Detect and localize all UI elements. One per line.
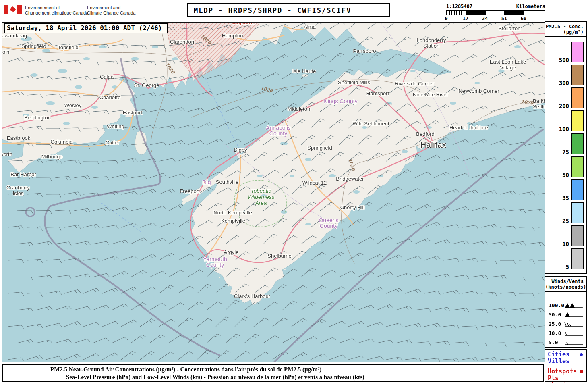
markers-legend: Cities Villes Hotspots Pts chauds — [545, 349, 587, 382]
legend-row: 200 — [545, 87, 584, 108]
legend-value: 100 — [559, 126, 569, 132]
winds-legend-subtitle: (knots/noeuds) — [545, 284, 584, 290]
map-graphics — [2, 23, 545, 362]
legend-swatch — [571, 225, 584, 246]
legend-swatch — [571, 87, 584, 108]
scale-tick: 68 — [521, 16, 526, 21]
city-marker-icon — [580, 353, 583, 356]
map-canvas: ttawamkeagSpringfieldTopsfieldolnCalaisS… — [2, 22, 545, 362]
caption-line1: PM2.5 Near-Ground Air Concentrations (µg… — [50, 366, 321, 373]
scale-unit: Kilometers — [516, 4, 545, 9]
legend-swatch — [571, 65, 584, 85]
wind-speed-row: 50.0 — [545, 310, 586, 319]
winds-legend-title: Winds/Vents — [545, 279, 584, 284]
legend-swatch — [571, 179, 584, 200]
winds-legend: Winds/Vents (knots/noeuds) 100.050.025.0… — [545, 276, 587, 348]
legend-value: 10 — [562, 241, 569, 247]
wind-barb-icon — [564, 340, 584, 346]
legend-swatch — [571, 42, 584, 62]
wind-speed-value: 100.0 — [549, 302, 564, 308]
canada-flag-logo — [4, 5, 22, 14]
caption-line2: Sea-Level Pressure (hPa) and Low-Level W… — [66, 374, 364, 381]
wind-barb-icon — [564, 321, 584, 327]
scale-tick: 17 — [463, 16, 468, 21]
pm25-legend-unit: (µg/m³) — [545, 29, 584, 35]
hotspot-marker-icon — [580, 370, 583, 373]
legend-value: 35 — [562, 195, 569, 201]
legend-value: 25 — [562, 218, 569, 224]
legend-row: 25 — [545, 202, 584, 223]
logo-text-fr: Environnement etChangement climatique Ca… — [25, 5, 88, 16]
wind-speed-row: 100.0 — [545, 301, 586, 310]
wind-speed-value: 5.0 — [549, 339, 558, 346]
legend-value: 50 — [562, 172, 569, 178]
caption-box: PM2.5 Near-Ground Air Concentrations (µg… — [2, 364, 544, 382]
scale-bar: 1:1285407 Kilometers 017345168 — [446, 4, 545, 21]
legend-row: 500 — [545, 42, 584, 62]
legend-value: 5 — [566, 264, 569, 270]
legend-row: 50 — [545, 156, 584, 177]
legend-row: 100 — [545, 110, 584, 131]
cities-label-en: Cities — [548, 351, 569, 358]
legend-value: 500 — [559, 57, 569, 63]
wind-barb-icon — [564, 312, 584, 318]
wind-speed-row: 10.0 — [545, 329, 586, 338]
scale-ratio: 1:1285407 — [446, 4, 472, 9]
legend-row: 300 — [545, 65, 584, 85]
scale-tick: 34 — [482, 16, 488, 21]
pm25-legend-title: PM2.5 - Conc. — [545, 24, 584, 29]
legend-swatch — [571, 156, 584, 177]
legend-value: 200 — [559, 103, 569, 109]
scale-bar-ticks: 017345168 — [446, 15, 545, 21]
wind-speed-value: 25.0 — [549, 321, 561, 327]
wind-speed-value: 50.0 — [549, 312, 561, 318]
cities-label-fr: Villes — [548, 358, 569, 365]
legend-swatch — [571, 133, 584, 154]
wind-speed-value: 10.0 — [549, 330, 561, 336]
scale-tick: 0 — [445, 16, 447, 21]
legend-row: 10 — [545, 225, 584, 246]
legend-swatch — [571, 248, 584, 269]
wind-barb-icon — [564, 303, 584, 308]
legend-value: 300 — [559, 80, 569, 86]
legend-value: 75 — [562, 149, 569, 155]
logo-text-en: Environment andClimate Change Canada — [87, 5, 135, 16]
legend-swatch — [571, 202, 584, 223]
wind-speed-row: 25.0 — [545, 319, 586, 329]
pm25-legend: PM2.5 - Conc. (µg/m³) 500300200100755035… — [545, 21, 587, 274]
legend-row: 75 — [545, 133, 584, 154]
eccc-dispersion-map: Environnement etChangement climatique Ca… — [0, 0, 588, 383]
timestamp-box: Saturday, 18 April 2026 01:00 ADT (2/46) — [4, 23, 168, 33]
hotspots-label-fr: Pts chauds — [548, 375, 584, 383]
wind-speed-row: 5.0 — [545, 338, 586, 347]
wind-barb-icon — [564, 331, 584, 336]
scale-tick: 51 — [501, 16, 507, 21]
legend-swatch — [571, 110, 584, 131]
product-title: MLDP - HRDPS/SHRPD - CWFIS/SCIFV — [187, 3, 390, 17]
scale-bar-segments — [446, 10, 545, 15]
legend-row: 35 — [545, 179, 584, 200]
hotspots-label-en: Hotspots — [548, 368, 577, 375]
legend-row: 5 — [545, 248, 584, 269]
